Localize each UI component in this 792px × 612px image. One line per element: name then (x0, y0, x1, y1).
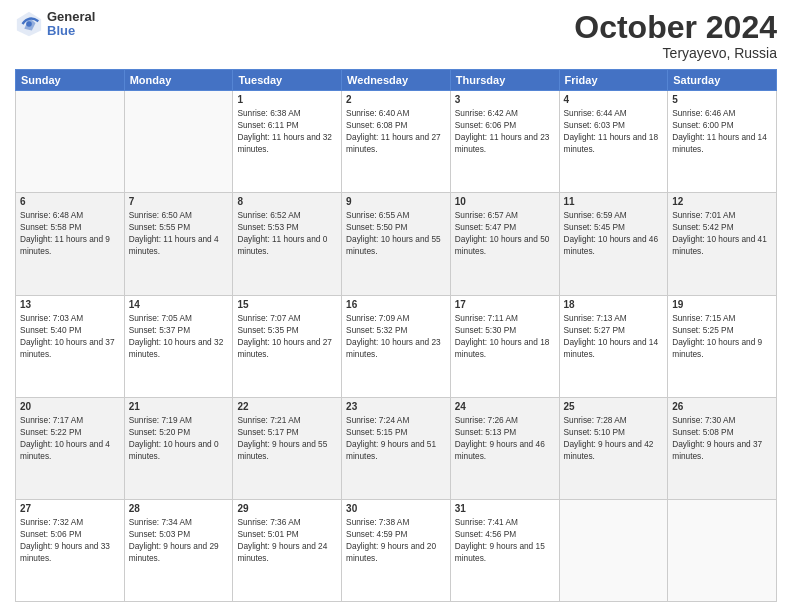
calendar-cell: 24Sunrise: 7:26 AMSunset: 5:13 PMDayligh… (450, 397, 559, 499)
calendar-cell: 11Sunrise: 6:59 AMSunset: 5:45 PMDayligh… (559, 193, 668, 295)
svg-point-1 (26, 21, 32, 27)
day-number: 19 (672, 299, 772, 310)
calendar-cell: 31Sunrise: 7:41 AMSunset: 4:56 PMDayligh… (450, 499, 559, 601)
day-number: 4 (564, 94, 664, 105)
day-number: 20 (20, 401, 120, 412)
day-info: Sunrise: 7:05 AMSunset: 5:37 PMDaylight:… (129, 312, 229, 360)
day-info: Sunrise: 7:01 AMSunset: 5:42 PMDaylight:… (672, 209, 772, 257)
day-info: Sunrise: 6:42 AMSunset: 6:06 PMDaylight:… (455, 107, 555, 155)
calendar-cell: 15Sunrise: 7:07 AMSunset: 5:35 PMDayligh… (233, 295, 342, 397)
day-number: 31 (455, 503, 555, 514)
day-number: 21 (129, 401, 229, 412)
calendar-header-tuesday: Tuesday (233, 70, 342, 91)
calendar-cell: 21Sunrise: 7:19 AMSunset: 5:20 PMDayligh… (124, 397, 233, 499)
calendar-table: SundayMondayTuesdayWednesdayThursdayFrid… (15, 69, 777, 602)
day-number: 14 (129, 299, 229, 310)
day-info: Sunrise: 6:44 AMSunset: 6:03 PMDaylight:… (564, 107, 664, 155)
calendar-week-5: 27Sunrise: 7:32 AMSunset: 5:06 PMDayligh… (16, 499, 777, 601)
header: General Blue October 2024 Teryayevo, Rus… (15, 10, 777, 61)
day-number: 17 (455, 299, 555, 310)
calendar-cell: 22Sunrise: 7:21 AMSunset: 5:17 PMDayligh… (233, 397, 342, 499)
logo-general: General (47, 10, 95, 24)
day-info: Sunrise: 7:15 AMSunset: 5:25 PMDaylight:… (672, 312, 772, 360)
day-info: Sunrise: 7:28 AMSunset: 5:10 PMDaylight:… (564, 414, 664, 462)
calendar-header-sunday: Sunday (16, 70, 125, 91)
calendar-cell: 4Sunrise: 6:44 AMSunset: 6:03 PMDaylight… (559, 91, 668, 193)
day-info: Sunrise: 7:19 AMSunset: 5:20 PMDaylight:… (129, 414, 229, 462)
day-number: 18 (564, 299, 664, 310)
calendar-cell (559, 499, 668, 601)
day-info: Sunrise: 7:32 AMSunset: 5:06 PMDaylight:… (20, 516, 120, 564)
day-info: Sunrise: 7:21 AMSunset: 5:17 PMDaylight:… (237, 414, 337, 462)
calendar-cell: 12Sunrise: 7:01 AMSunset: 5:42 PMDayligh… (668, 193, 777, 295)
calendar-cell: 17Sunrise: 7:11 AMSunset: 5:30 PMDayligh… (450, 295, 559, 397)
calendar-week-1: 1Sunrise: 6:38 AMSunset: 6:11 PMDaylight… (16, 91, 777, 193)
calendar-cell: 1Sunrise: 6:38 AMSunset: 6:11 PMDaylight… (233, 91, 342, 193)
calendar-cell (668, 499, 777, 601)
day-number: 29 (237, 503, 337, 514)
day-number: 7 (129, 196, 229, 207)
calendar-cell: 2Sunrise: 6:40 AMSunset: 6:08 PMDaylight… (342, 91, 451, 193)
day-info: Sunrise: 7:41 AMSunset: 4:56 PMDaylight:… (455, 516, 555, 564)
day-info: Sunrise: 6:50 AMSunset: 5:55 PMDaylight:… (129, 209, 229, 257)
day-number: 5 (672, 94, 772, 105)
day-info: Sunrise: 6:57 AMSunset: 5:47 PMDaylight:… (455, 209, 555, 257)
calendar-cell: 30Sunrise: 7:38 AMSunset: 4:59 PMDayligh… (342, 499, 451, 601)
calendar-cell (124, 91, 233, 193)
day-number: 28 (129, 503, 229, 514)
day-number: 25 (564, 401, 664, 412)
logo-blue: Blue (47, 24, 95, 38)
day-info: Sunrise: 7:30 AMSunset: 5:08 PMDaylight:… (672, 414, 772, 462)
calendar-cell: 18Sunrise: 7:13 AMSunset: 5:27 PMDayligh… (559, 295, 668, 397)
day-number: 23 (346, 401, 446, 412)
day-info: Sunrise: 6:46 AMSunset: 6:00 PMDaylight:… (672, 107, 772, 155)
day-number: 22 (237, 401, 337, 412)
calendar-cell: 7Sunrise: 6:50 AMSunset: 5:55 PMDaylight… (124, 193, 233, 295)
day-info: Sunrise: 7:36 AMSunset: 5:01 PMDaylight:… (237, 516, 337, 564)
day-info: Sunrise: 7:11 AMSunset: 5:30 PMDaylight:… (455, 312, 555, 360)
day-number: 16 (346, 299, 446, 310)
day-number: 1 (237, 94, 337, 105)
day-info: Sunrise: 7:03 AMSunset: 5:40 PMDaylight:… (20, 312, 120, 360)
day-info: Sunrise: 7:17 AMSunset: 5:22 PMDaylight:… (20, 414, 120, 462)
calendar-header-friday: Friday (559, 70, 668, 91)
calendar-cell: 26Sunrise: 7:30 AMSunset: 5:08 PMDayligh… (668, 397, 777, 499)
calendar-cell: 20Sunrise: 7:17 AMSunset: 5:22 PMDayligh… (16, 397, 125, 499)
logo: General Blue (15, 10, 95, 39)
calendar-cell: 14Sunrise: 7:05 AMSunset: 5:37 PMDayligh… (124, 295, 233, 397)
day-info: Sunrise: 7:07 AMSunset: 5:35 PMDaylight:… (237, 312, 337, 360)
day-number: 11 (564, 196, 664, 207)
calendar-cell: 29Sunrise: 7:36 AMSunset: 5:01 PMDayligh… (233, 499, 342, 601)
calendar-week-2: 6Sunrise: 6:48 AMSunset: 5:58 PMDaylight… (16, 193, 777, 295)
day-number: 2 (346, 94, 446, 105)
day-info: Sunrise: 6:55 AMSunset: 5:50 PMDaylight:… (346, 209, 446, 257)
calendar-cell: 23Sunrise: 7:24 AMSunset: 5:15 PMDayligh… (342, 397, 451, 499)
calendar-cell: 19Sunrise: 7:15 AMSunset: 5:25 PMDayligh… (668, 295, 777, 397)
day-info: Sunrise: 6:52 AMSunset: 5:53 PMDaylight:… (237, 209, 337, 257)
calendar-cell: 8Sunrise: 6:52 AMSunset: 5:53 PMDaylight… (233, 193, 342, 295)
day-number: 6 (20, 196, 120, 207)
calendar-cell: 9Sunrise: 6:55 AMSunset: 5:50 PMDaylight… (342, 193, 451, 295)
day-info: Sunrise: 7:24 AMSunset: 5:15 PMDaylight:… (346, 414, 446, 462)
day-info: Sunrise: 7:38 AMSunset: 4:59 PMDaylight:… (346, 516, 446, 564)
day-number: 30 (346, 503, 446, 514)
calendar-cell (16, 91, 125, 193)
day-number: 26 (672, 401, 772, 412)
calendar-header-monday: Monday (124, 70, 233, 91)
calendar-cell: 5Sunrise: 6:46 AMSunset: 6:00 PMDaylight… (668, 91, 777, 193)
day-info: Sunrise: 7:34 AMSunset: 5:03 PMDaylight:… (129, 516, 229, 564)
calendar-cell: 16Sunrise: 7:09 AMSunset: 5:32 PMDayligh… (342, 295, 451, 397)
calendar-header-saturday: Saturday (668, 70, 777, 91)
day-number: 27 (20, 503, 120, 514)
day-number: 8 (237, 196, 337, 207)
day-info: Sunrise: 7:13 AMSunset: 5:27 PMDaylight:… (564, 312, 664, 360)
logo-text: General Blue (47, 10, 95, 39)
day-info: Sunrise: 6:59 AMSunset: 5:45 PMDaylight:… (564, 209, 664, 257)
logo-icon (15, 10, 43, 38)
calendar-cell: 27Sunrise: 7:32 AMSunset: 5:06 PMDayligh… (16, 499, 125, 601)
calendar-header-row: SundayMondayTuesdayWednesdayThursdayFrid… (16, 70, 777, 91)
calendar-cell: 6Sunrise: 6:48 AMSunset: 5:58 PMDaylight… (16, 193, 125, 295)
calendar-header-thursday: Thursday (450, 70, 559, 91)
calendar-cell: 28Sunrise: 7:34 AMSunset: 5:03 PMDayligh… (124, 499, 233, 601)
calendar-cell: 13Sunrise: 7:03 AMSunset: 5:40 PMDayligh… (16, 295, 125, 397)
